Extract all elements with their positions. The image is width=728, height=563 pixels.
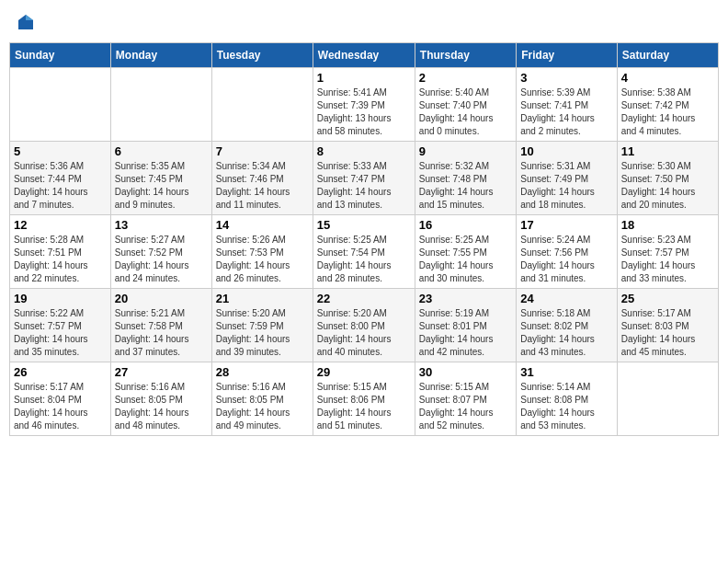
calendar-cell: 11Sunrise: 5:30 AM Sunset: 7:50 PM Dayli… (617, 142, 718, 215)
weekday-header-friday: Friday (517, 43, 617, 68)
calendar-cell: 17Sunrise: 5:24 AM Sunset: 7:56 PM Dayli… (517, 215, 617, 289)
day-number: 27 (115, 365, 208, 379)
calendar-cell: 15Sunrise: 5:25 AM Sunset: 7:54 PM Dayli… (313, 215, 415, 289)
page-header (9, 9, 719, 35)
day-number: 1 (317, 71, 411, 85)
calendar-week-row: 1Sunrise: 5:41 AM Sunset: 7:39 PM Daylig… (10, 68, 719, 142)
calendar-cell: 12Sunrise: 5:28 AM Sunset: 7:51 PM Dayli… (10, 215, 111, 289)
day-info: Sunrise: 5:19 AM Sunset: 8:01 PM Dayligh… (419, 307, 512, 359)
day-info: Sunrise: 5:14 AM Sunset: 8:08 PM Dayligh… (520, 381, 612, 432)
logo-icon (17, 13, 35, 31)
calendar-cell: 30Sunrise: 5:15 AM Sunset: 8:07 PM Dayli… (415, 362, 516, 436)
calendar-week-row: 26Sunrise: 5:17 AM Sunset: 8:04 PM Dayli… (10, 362, 719, 436)
day-number: 29 (317, 365, 411, 379)
day-info: Sunrise: 5:40 AM Sunset: 7:40 PM Dayligh… (419, 86, 512, 138)
day-info: Sunrise: 5:18 AM Sunset: 8:02 PM Dayligh… (520, 307, 612, 359)
day-info: Sunrise: 5:17 AM Sunset: 8:04 PM Dayligh… (14, 381, 107, 432)
day-info: Sunrise: 5:15 AM Sunset: 8:06 PM Dayligh… (317, 381, 411, 432)
weekday-header-wednesday: Wednesday (313, 43, 415, 68)
day-number: 7 (216, 144, 309, 158)
calendar-cell: 28Sunrise: 5:16 AM Sunset: 8:05 PM Dayli… (211, 362, 313, 436)
calendar-cell: 5Sunrise: 5:36 AM Sunset: 7:44 PM Daylig… (10, 142, 111, 215)
day-number: 23 (419, 292, 512, 305)
day-info: Sunrise: 5:20 AM Sunset: 7:59 PM Dayligh… (216, 307, 309, 359)
calendar-cell: 16Sunrise: 5:25 AM Sunset: 7:55 PM Dayli… (415, 215, 516, 289)
day-info: Sunrise: 5:27 AM Sunset: 7:52 PM Dayligh… (115, 234, 208, 285)
day-info: Sunrise: 5:17 AM Sunset: 8:03 PM Dayligh… (621, 307, 714, 359)
day-info: Sunrise: 5:23 AM Sunset: 7:57 PM Dayligh… (621, 234, 714, 285)
day-info: Sunrise: 5:21 AM Sunset: 7:58 PM Dayligh… (115, 307, 208, 359)
calendar-week-row: 19Sunrise: 5:22 AM Sunset: 7:57 PM Dayli… (10, 289, 719, 362)
calendar-cell (10, 68, 111, 142)
calendar-cell: 2Sunrise: 5:40 AM Sunset: 7:40 PM Daylig… (415, 68, 516, 142)
day-number: 26 (14, 365, 107, 379)
calendar-week-row: 5Sunrise: 5:36 AM Sunset: 7:44 PM Daylig… (10, 142, 719, 215)
day-info: Sunrise: 5:38 AM Sunset: 7:42 PM Dayligh… (621, 86, 714, 138)
day-info: Sunrise: 5:31 AM Sunset: 7:49 PM Dayligh… (520, 160, 612, 212)
calendar-cell: 7Sunrise: 5:34 AM Sunset: 7:46 PM Daylig… (211, 142, 313, 215)
day-info: Sunrise: 5:16 AM Sunset: 8:05 PM Dayligh… (115, 381, 208, 432)
weekday-header-monday: Monday (110, 43, 211, 68)
day-info: Sunrise: 5:22 AM Sunset: 7:57 PM Dayligh… (14, 307, 107, 359)
day-number: 22 (317, 292, 411, 305)
day-info: Sunrise: 5:20 AM Sunset: 8:00 PM Dayligh… (317, 307, 411, 359)
day-number: 13 (115, 218, 208, 232)
day-number: 10 (520, 144, 612, 158)
day-info: Sunrise: 5:26 AM Sunset: 7:53 PM Dayligh… (216, 234, 309, 285)
day-number: 21 (216, 292, 309, 305)
day-number: 11 (621, 144, 714, 158)
calendar-cell: 9Sunrise: 5:32 AM Sunset: 7:48 PM Daylig… (415, 142, 516, 215)
calendar-cell: 1Sunrise: 5:41 AM Sunset: 7:39 PM Daylig… (313, 68, 415, 142)
calendar-cell: 27Sunrise: 5:16 AM Sunset: 8:05 PM Dayli… (110, 362, 211, 436)
calendar-cell: 8Sunrise: 5:33 AM Sunset: 7:47 PM Daylig… (313, 142, 415, 215)
day-number: 20 (115, 292, 208, 305)
logo (15, 13, 35, 31)
day-number: 25 (621, 292, 714, 305)
calendar-cell: 13Sunrise: 5:27 AM Sunset: 7:52 PM Dayli… (110, 215, 211, 289)
calendar-cell: 26Sunrise: 5:17 AM Sunset: 8:04 PM Dayli… (10, 362, 111, 436)
day-number: 31 (520, 365, 612, 379)
day-info: Sunrise: 5:36 AM Sunset: 7:44 PM Dayligh… (14, 160, 107, 212)
weekday-header-thursday: Thursday (415, 43, 516, 68)
day-number: 16 (419, 218, 512, 232)
weekday-header-saturday: Saturday (617, 43, 718, 68)
day-number: 24 (520, 292, 612, 305)
day-number: 6 (115, 144, 208, 158)
day-info: Sunrise: 5:16 AM Sunset: 8:05 PM Dayligh… (216, 381, 309, 432)
day-info: Sunrise: 5:35 AM Sunset: 7:45 PM Dayligh… (115, 160, 208, 212)
day-info: Sunrise: 5:25 AM Sunset: 7:55 PM Dayligh… (419, 234, 512, 285)
calendar-cell: 14Sunrise: 5:26 AM Sunset: 7:53 PM Dayli… (211, 215, 313, 289)
weekday-header-sunday: Sunday (10, 43, 111, 68)
calendar-table: SundayMondayTuesdayWednesdayThursdayFrid… (9, 42, 719, 436)
day-number: 15 (317, 218, 411, 232)
day-info: Sunrise: 5:25 AM Sunset: 7:54 PM Dayligh… (317, 234, 411, 285)
day-number: 18 (621, 218, 714, 232)
calendar-cell (211, 68, 313, 142)
day-number: 5 (14, 144, 107, 158)
calendar-cell: 29Sunrise: 5:15 AM Sunset: 8:06 PM Dayli… (313, 362, 415, 436)
day-info: Sunrise: 5:34 AM Sunset: 7:46 PM Dayligh… (216, 160, 309, 212)
day-number: 14 (216, 218, 309, 232)
calendar-cell (110, 68, 211, 142)
weekday-header-tuesday: Tuesday (211, 43, 313, 68)
day-number: 2 (419, 71, 512, 85)
calendar-cell: 19Sunrise: 5:22 AM Sunset: 7:57 PM Dayli… (10, 289, 111, 362)
day-number: 4 (621, 71, 714, 85)
calendar-cell: 4Sunrise: 5:38 AM Sunset: 7:42 PM Daylig… (617, 68, 718, 142)
calendar-cell: 21Sunrise: 5:20 AM Sunset: 7:59 PM Dayli… (211, 289, 313, 362)
calendar-cell (617, 362, 718, 436)
calendar-cell: 3Sunrise: 5:39 AM Sunset: 7:41 PM Daylig… (517, 68, 617, 142)
day-info: Sunrise: 5:28 AM Sunset: 7:51 PM Dayligh… (14, 234, 107, 285)
day-info: Sunrise: 5:41 AM Sunset: 7:39 PM Dayligh… (317, 86, 411, 138)
calendar-cell: 25Sunrise: 5:17 AM Sunset: 8:03 PM Dayli… (617, 289, 718, 362)
day-info: Sunrise: 5:33 AM Sunset: 7:47 PM Dayligh… (317, 160, 411, 212)
day-number: 8 (317, 144, 411, 158)
svg-marker-1 (26, 15, 33, 20)
day-info: Sunrise: 5:30 AM Sunset: 7:50 PM Dayligh… (621, 160, 714, 212)
day-number: 3 (520, 71, 612, 85)
calendar-cell: 23Sunrise: 5:19 AM Sunset: 8:01 PM Dayli… (415, 289, 516, 362)
day-number: 12 (14, 218, 107, 232)
day-info: Sunrise: 5:15 AM Sunset: 8:07 PM Dayligh… (419, 381, 512, 432)
calendar-cell: 31Sunrise: 5:14 AM Sunset: 8:08 PM Dayli… (517, 362, 617, 436)
day-info: Sunrise: 5:32 AM Sunset: 7:48 PM Dayligh… (419, 160, 512, 212)
